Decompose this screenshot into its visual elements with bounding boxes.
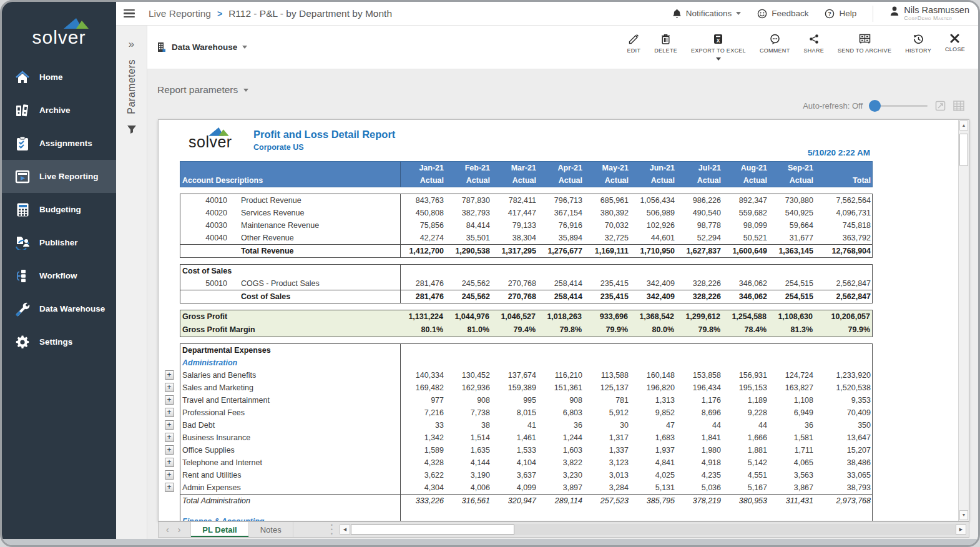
scroll-right-button[interactable]: ▶ xyxy=(956,525,966,535)
expand-row-button[interactable]: + xyxy=(165,420,174,430)
home-icon xyxy=(14,69,31,86)
popout-icon[interactable] xyxy=(935,101,946,111)
expand-row-button[interactable]: + xyxy=(165,370,174,380)
edit-button[interactable]: EDIT xyxy=(620,30,647,57)
data-warehouse-icon xyxy=(156,42,167,52)
tab-scroll-left-icon[interactable]: ‹ xyxy=(166,525,169,535)
cell-value: 9,228 xyxy=(724,407,770,419)
send-to-archive-button[interactable]: SEND TO ARCHIVE xyxy=(831,30,898,57)
gutter-column xyxy=(159,194,180,258)
comment-icon xyxy=(770,34,780,44)
cell-value xyxy=(447,265,493,277)
gutter-cell xyxy=(159,194,180,206)
tab-pl-detail[interactable]: PL Detail xyxy=(190,522,248,537)
auto-refresh-label: Auto-refresh: Off xyxy=(803,101,863,111)
expand-row-button[interactable]: + xyxy=(165,445,174,455)
cell-value: 137,674 xyxy=(493,369,539,382)
gutter-cell xyxy=(159,289,180,302)
sidebar-item-data-warehouse[interactable]: Data Warehouse xyxy=(2,292,116,325)
horizontal-scrollbar[interactable]: ◀ ▶ xyxy=(340,524,966,535)
column-subheader: Actual xyxy=(493,174,539,187)
cell-value xyxy=(678,507,724,515)
expand-row-button[interactable]: + xyxy=(165,470,174,480)
parameters-panel: » Parameters xyxy=(116,26,147,539)
toolbar-action-label: EDIT xyxy=(627,47,640,54)
expand-row-button[interactable]: + xyxy=(165,383,174,392)
report-parameters-dropdown[interactable]: Report parameters xyxy=(157,84,276,96)
splitter-handle[interactable]: ••• xyxy=(331,523,333,536)
cell-value: 328,226 xyxy=(678,290,724,303)
header-table: Jan-21Feb-21Mar-21Apr-21May-21Jun-21Jul-… xyxy=(180,161,873,187)
expand-parameters-icon[interactable]: » xyxy=(129,38,134,51)
breadcrumb-section[interactable]: Live Reporting xyxy=(149,8,211,19)
filter-icon[interactable] xyxy=(127,124,137,134)
tab-scroll-right-icon[interactable]: › xyxy=(178,525,181,535)
cell-value: 3,563 xyxy=(770,469,816,481)
vertical-scrollbar[interactable]: ▲ ▼ xyxy=(958,120,969,521)
row-values: 80.1%81.0%79.4%79.8%79.9%80.0%79.8%78.4%… xyxy=(400,323,873,337)
column-subheader: Actual xyxy=(724,174,770,187)
cell-value: 59,664 xyxy=(770,219,816,232)
auto-refresh-knob[interactable] xyxy=(869,100,881,112)
export-dropdown-caret-icon[interactable] xyxy=(716,57,721,61)
cell-value: 254,515 xyxy=(770,290,816,303)
comment-button[interactable]: COMMENT xyxy=(753,30,797,57)
sidebar-item-assignments[interactable]: Assignments xyxy=(2,127,116,160)
share-button[interactable]: SHARE xyxy=(796,30,831,57)
breadcrumb: Live Reporting > R112 - P&L - by Departm… xyxy=(149,8,392,19)
sidebar-item-budgeting[interactable]: Budgeting xyxy=(2,193,116,226)
row-values: 140,334130,452137,674116,210113,588160,1… xyxy=(400,369,874,382)
export-to-excel-button[interactable]: XEXPORT TO EXCEL xyxy=(684,30,753,64)
settings-icon xyxy=(14,334,31,350)
cell-value xyxy=(816,515,874,521)
close-button[interactable]: CLOSE xyxy=(938,30,972,56)
feedback-button[interactable]: Feedback xyxy=(757,9,808,19)
tab-notes[interactable]: Notes xyxy=(249,522,293,537)
cell-value: 1,635 xyxy=(447,444,493,456)
cell-value: 1,600,649 xyxy=(724,245,770,257)
sidebar-item-live-reporting[interactable]: Live Reporting xyxy=(2,160,116,193)
cell-value: 258,414 xyxy=(539,290,586,303)
help-button[interactable]: ? Help xyxy=(825,9,856,19)
cell-value xyxy=(724,357,770,369)
cell-value: 33,065 xyxy=(816,469,874,481)
sidebar-item-archive[interactable]: Archive xyxy=(2,94,116,127)
expand-row-button[interactable]: + xyxy=(165,483,174,492)
parameters-panel-label: Parameters xyxy=(126,59,137,114)
data-warehouse-icon xyxy=(14,301,31,317)
gutter-column xyxy=(159,310,180,337)
delete-button[interactable]: DELETE xyxy=(647,30,684,57)
cell-value: 1,461 xyxy=(493,431,539,444)
scroll-up-button[interactable]: ▲ xyxy=(959,121,968,131)
expand-row-button[interactable]: + xyxy=(165,395,174,405)
toolbar-action-label: SEND TO ARCHIVE xyxy=(838,47,891,54)
sidebar-item-publisher[interactable]: Publisher xyxy=(2,226,116,259)
sidebar-item-workflow[interactable]: Workflow xyxy=(2,259,116,292)
cell-value: 38,304 xyxy=(493,232,539,244)
row-values xyxy=(400,507,874,515)
hamburger-menu-icon[interactable] xyxy=(124,7,135,20)
cell-value: 169,482 xyxy=(401,382,447,394)
scroll-down-button[interactable]: ▼ xyxy=(959,510,968,520)
history-button[interactable]: HISTORY xyxy=(898,30,938,57)
cell-value: 44 xyxy=(724,419,770,431)
scroll-left-button[interactable]: ◀ xyxy=(340,525,350,535)
data-source-dropdown[interactable]: Data Warehouse xyxy=(156,42,247,52)
cell-value: 6,949 xyxy=(770,407,816,419)
grid-view-icon[interactable] xyxy=(953,101,964,111)
sidebar-item-home[interactable]: Home xyxy=(2,61,116,94)
row-label: Business Insurance xyxy=(180,431,400,444)
row-label: Sales and Marketing xyxy=(180,382,400,394)
block-table: 40010Product Revenue843,763787,830782,41… xyxy=(180,194,873,258)
user-menu[interactable]: Nils Rasmussen CorpDemo Master xyxy=(889,6,969,21)
expand-row-button[interactable]: + xyxy=(165,433,174,442)
expand-row-button[interactable]: + xyxy=(165,408,174,417)
notifications-button[interactable]: Notifications xyxy=(672,9,742,19)
auto-refresh-slider[interactable] xyxy=(870,105,928,107)
horizontal-scroll-thumb[interactable] xyxy=(351,525,514,535)
expand-row-button[interactable]: + xyxy=(165,458,174,467)
table-row: 40040Other Revenue42,27435,50138,30435,8… xyxy=(180,232,872,244)
cell-value: 33 xyxy=(401,419,447,431)
vertical-scroll-thumb[interactable] xyxy=(959,134,968,166)
sidebar-item-settings[interactable]: Settings xyxy=(2,325,116,358)
